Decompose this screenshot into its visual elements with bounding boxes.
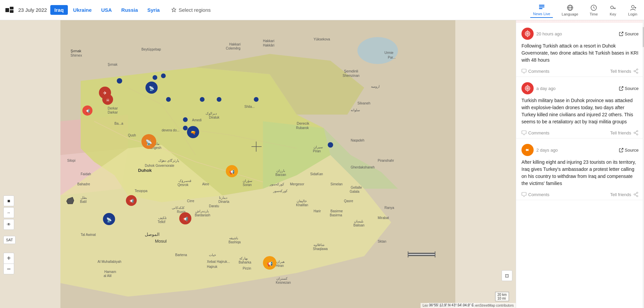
stop-button[interactable]: ■	[3, 195, 14, 206]
coordinates-display: 36°55' 12.9" N 43° 54' 04.9" E	[428, 303, 475, 307]
svg-text:Galala: Galala	[350, 190, 359, 193]
svg-text:Hakkari: Hakkari	[229, 42, 241, 46]
nav-iraq[interactable]: Iraq	[50, 5, 68, 15]
svg-text:Qush: Qush	[128, 133, 136, 137]
svg-text:Daratu: Daratu	[209, 204, 219, 208]
svg-text:Ba...a: Ba...a	[114, 122, 124, 125]
svg-rect-5	[539, 8, 542, 9]
news-item-3-source-label: Source	[625, 148, 639, 153]
map-svg: Şırnak Shirnex Şırnak Beytüşşebap Hakkar…	[0, 20, 516, 308]
svg-point-119	[153, 75, 157, 80]
map-area[interactable]: Şırnak Shirnex Şırnak Beytüşşebap Hakkar…	[0, 20, 516, 308]
select-regions-button[interactable]: Select regions	[167, 5, 215, 15]
svg-rect-151	[408, 253, 435, 254]
svg-rect-152	[408, 254, 435, 255]
svg-text:Basirma: Basirma	[330, 213, 342, 217]
news-item-1-source-label: Source	[625, 31, 639, 36]
news-item-1-share[interactable]: Tell friends	[610, 68, 639, 74]
svg-text:Rubarok: Rubarok	[296, 126, 309, 130]
svg-text:📡: 📡	[106, 217, 112, 223]
news-item-3-source[interactable]: Source	[619, 148, 639, 153]
news-item-2-comments[interactable]: Comments	[521, 130, 549, 135]
svg-text:Kesnezan: Kesnezan	[276, 281, 291, 284]
news-item-3-header-left: 2 days ago	[521, 144, 558, 156]
svg-text:Piran: Piran	[313, 149, 321, 153]
news-item-1-source[interactable]: Source	[619, 31, 639, 36]
svg-text:📡: 📡	[145, 139, 152, 146]
svg-text:Xebat Hajiruk...: Xebat Hajiruk...	[207, 260, 230, 264]
nav-key[interactable]: Key	[607, 3, 619, 18]
nav-login[interactable]: Login	[625, 3, 640, 18]
svg-text:بلیسان: بلیسان	[354, 219, 364, 223]
svg-point-13	[632, 5, 634, 8]
svg-point-161	[637, 69, 638, 70]
news-live-icon	[538, 4, 545, 11]
svg-text:Barzan: Barzan	[275, 173, 286, 177]
nav-language[interactable]: Language	[559, 3, 581, 18]
svg-line-11	[594, 8, 595, 8]
svg-text:Shila...: Shila...	[244, 105, 255, 109]
news-item-2-source[interactable]: Source	[619, 86, 639, 91]
nav-time[interactable]: Time	[587, 3, 600, 18]
news-item-1-comments[interactable]: Comments	[521, 69, 549, 74]
svg-text:Naqadeh: Naqadeh	[351, 138, 365, 142]
news-item-1-header: 20 hours ago Source	[521, 28, 639, 40]
svg-text:Duhok Governorate: Duhok Governorate	[145, 164, 175, 167]
news-item-2-footer: Comments Tell friends	[521, 129, 639, 135]
news-live-label: News Live	[533, 12, 550, 16]
svg-text:بارزان: بارزان	[276, 169, 285, 173]
svg-text:Harir: Harir	[314, 209, 321, 213]
scale-mi: 10 mi	[498, 297, 507, 300]
measure-button[interactable]: ↔	[3, 207, 14, 218]
svg-rect-153	[408, 255, 435, 256]
svg-text:Akre: Akre	[202, 182, 209, 186]
svg-text:Dinarta: Dinarta	[218, 200, 230, 204]
svg-text:📡: 📡	[149, 86, 155, 91]
eye-button[interactable]: 👁	[3, 219, 14, 230]
svg-text:Şemdinli: Şemdinli	[344, 69, 358, 73]
news-item-3-share[interactable]: Tell friends	[610, 192, 639, 197]
nav-russia[interactable]: Russia	[117, 5, 142, 15]
logo[interactable]	[4, 5, 15, 16]
zoom-out-button[interactable]: −	[3, 264, 14, 274]
language-label: Language	[562, 12, 578, 16]
svg-text:پارێزگای دهۆک: پارێزگای دهۆک	[158, 159, 179, 163]
svg-text:📢: 📢	[85, 109, 90, 114]
svg-text:كورکەسور: كورکەسور	[273, 189, 288, 193]
external-link-icon-2	[619, 86, 623, 91]
news-item-3-comments[interactable]: Comments	[521, 192, 549, 197]
nav-syria[interactable]: Syria	[143, 5, 164, 15]
news-item-3-footer: Comments Tell friends	[521, 190, 639, 197]
satellite-button[interactable]: SAT	[3, 236, 16, 244]
svg-text:الموصل: الموصل	[145, 232, 160, 237]
scrollbar-track[interactable]	[643, 20, 644, 308]
nav-ukraine[interactable]: Ukraine	[69, 5, 96, 15]
svg-text:Gellalle: Gellalle	[351, 186, 362, 189]
news-item-3: 2 days ago Source After killing eight an…	[516, 138, 644, 200]
center-map-button[interactable]: ⊡	[502, 270, 512, 281]
svg-rect-3	[539, 5, 544, 6]
news-item-2-icon	[521, 82, 534, 94]
svg-text:ارومیه: ارومیه	[371, 85, 380, 89]
svg-text:Par...: Par...	[388, 56, 396, 59]
svg-text:سلوانه: سلوانه	[351, 108, 360, 112]
nav-news-live[interactable]: News Live	[530, 2, 553, 18]
news-item-1-icon	[521, 28, 534, 40]
svg-point-121	[166, 97, 171, 102]
news-item-2-share[interactable]: Tell friends	[610, 130, 639, 135]
zoom-in-button[interactable]: +	[3, 253, 14, 264]
select-regions-label: Select regions	[179, 7, 211, 13]
svg-text:Pirzin: Pirzin	[243, 267, 251, 270]
scrollbar-thumb[interactable]	[643, 27, 644, 47]
svg-point-122	[200, 97, 205, 102]
svg-text:Ranya: Ranya	[384, 206, 394, 210]
news-item-1-time: 20 hours ago	[536, 31, 562, 36]
svg-text:📢: 📢	[229, 169, 235, 175]
svg-text:Mergesor: Mergesor	[290, 182, 304, 186]
news-item-2-comments-label: Comments	[528, 130, 549, 135]
share-icon-1	[633, 68, 639, 74]
svg-text:Urmie: Urmie	[384, 51, 394, 55]
nav-usa[interactable]: USA	[97, 5, 116, 15]
news-item-2-body: Turkish military base in Duhok province …	[521, 97, 639, 125]
svg-text:Shaqlawa: Shaqlawa	[313, 247, 328, 251]
